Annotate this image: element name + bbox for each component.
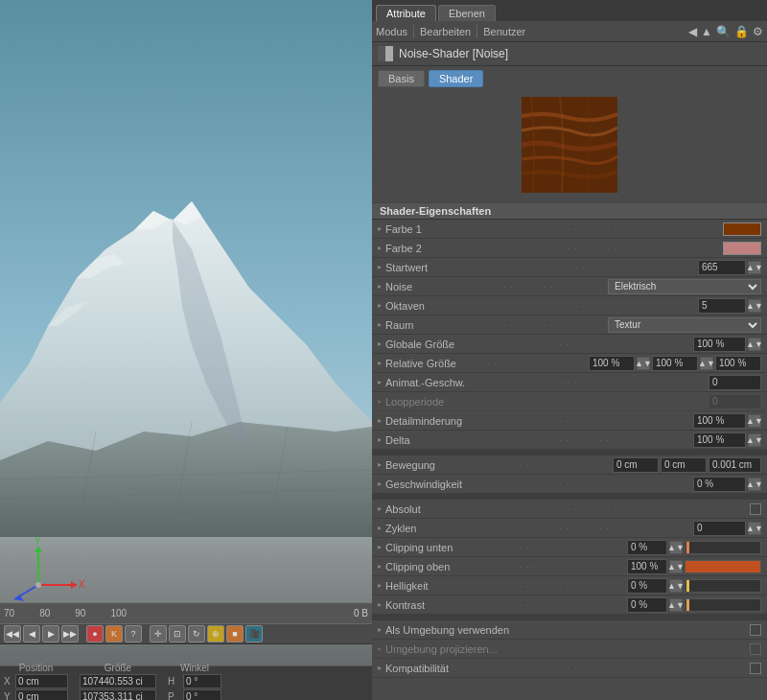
bewegung-triangle[interactable]: ▸ (378, 460, 385, 469)
startwert-stepper[interactable]: ▲▼ (748, 261, 761, 274)
clipping-oben-bar[interactable] (685, 560, 761, 573)
snap-button[interactable]: ⊕ (207, 625, 224, 642)
farbe2-swatch[interactable] (723, 242, 761, 255)
noise-triangle[interactable]: ▸ (378, 282, 385, 291)
clipping-oben-triangle[interactable]: ▸ (378, 562, 385, 571)
helligkeit-stepper[interactable]: ▲▼ (669, 579, 683, 593)
animat-geschw-dots: · · · · · (547, 378, 709, 387)
raum-select[interactable]: Textur World Object (608, 317, 761, 333)
kompatibilitaet-checkbox[interactable] (750, 663, 761, 674)
play-back-button[interactable]: ◀◀ (4, 625, 21, 642)
absolut-checkbox[interactable] (750, 503, 761, 515)
loopperiode-label: Loopperiode (385, 396, 547, 408)
y-position-input[interactable] (15, 689, 68, 700)
animat-geschw-input[interactable] (709, 375, 761, 390)
clipping-oben-stepper[interactable]: ▲▼ (669, 560, 683, 573)
next-frame-button[interactable]: ▶▶ (61, 625, 79, 642)
record-button[interactable]: ● (86, 625, 104, 642)
delta-input[interactable] (693, 432, 746, 448)
rel-groesse-y[interactable] (652, 356, 698, 371)
globale-groesse-input[interactable] (693, 337, 746, 352)
scale-tool[interactable]: ⊡ (169, 625, 186, 642)
x-position-input[interactable] (15, 674, 68, 688)
p-angle-input[interactable] (183, 689, 221, 700)
oktaven-input[interactable] (698, 298, 746, 314)
farbe2-triangle[interactable]: ▸ (378, 244, 385, 252)
timeline-bar[interactable]: 70 80 90 100 0 B (0, 602, 372, 623)
kontrast-input[interactable] (627, 597, 667, 613)
play-button[interactable]: ▶ (42, 625, 59, 642)
helligkeit-triangle[interactable]: ▸ (378, 581, 385, 590)
farbe1-swatch[interactable] (723, 222, 761, 236)
kontrast-bar[interactable] (685, 598, 761, 612)
settings-icon[interactable]: ⚙ (753, 25, 763, 38)
prev-frame-button[interactable]: ◀ (23, 625, 40, 642)
rel-groesse-x-stepper[interactable]: ▲▼ (637, 357, 650, 370)
tab-basis[interactable]: Basis (378, 70, 425, 87)
detailminderung-input[interactable] (693, 413, 746, 429)
auto-key-button[interactable]: K (105, 625, 123, 642)
h-angle-input[interactable] (183, 674, 221, 688)
y-size-input[interactable] (80, 689, 156, 700)
kompatibilitaet-triangle[interactable]: ▸ (378, 664, 385, 672)
geschwindigkeit-dots: · · · · · (540, 479, 694, 489)
rel-groesse-y-stepper[interactable]: ▲▼ (700, 357, 713, 370)
oktaven-triangle[interactable]: ▸ (378, 301, 385, 310)
benutzer-menu[interactable]: Benutzer (483, 26, 525, 37)
animat-geschw-triangle[interactable]: ▸ (378, 378, 385, 386)
clipping-oben-input[interactable] (627, 559, 667, 574)
clipping-unten-triangle[interactable]: ▸ (378, 543, 385, 551)
clipping-unten-label: Clipping unten (385, 542, 506, 553)
geschwindigkeit-input[interactable] (693, 477, 746, 492)
bewegung-x[interactable] (613, 457, 659, 473)
geschwindigkeit-stepper[interactable]: ▲▼ (748, 478, 761, 491)
rel-groesse-z[interactable] (715, 356, 761, 371)
farbe1-triangle[interactable]: ▸ (378, 224, 385, 233)
tab-shader[interactable]: Shader (429, 70, 483, 87)
relative-groesse-triangle[interactable]: ▸ (378, 359, 385, 367)
delta-triangle[interactable]: ▸ (378, 435, 385, 444)
forward-icon[interactable]: ▲ (701, 25, 712, 38)
noise-select[interactable]: Elektrisch Perlin Voronoi (608, 279, 761, 294)
oktaven-stepper[interactable]: ▲▼ (748, 299, 761, 313)
bewegung-y[interactable] (661, 457, 707, 473)
x-size-input[interactable] (80, 674, 156, 688)
lock-icon[interactable]: 🔒 (734, 25, 749, 38)
modus-menu[interactable]: Modus (376, 26, 407, 37)
tab-ebenen[interactable]: Ebenen (438, 5, 496, 21)
zyklen-stepper[interactable]: ▲▼ (748, 522, 761, 535)
raum-triangle[interactable]: ▸ (378, 320, 385, 329)
delta-stepper[interactable]: ▲▼ (748, 433, 761, 447)
helligkeit-bar[interactable] (685, 579, 761, 593)
rotate-tool[interactable]: ↻ (188, 625, 205, 642)
bearbeiten-menu[interactable]: Bearbeiten (420, 26, 471, 37)
globale-groesse-stepper[interactable]: ▲▼ (748, 338, 761, 351)
help-button[interactable]: ? (125, 625, 142, 642)
startwert-input[interactable] (698, 260, 746, 275)
startwert-triangle[interactable]: ▸ (378, 263, 385, 271)
detailminderung-triangle[interactable]: ▸ (378, 416, 385, 425)
zyklen-input[interactable] (693, 521, 746, 536)
bewegung-z[interactable] (709, 457, 761, 473)
zyklen-triangle[interactable]: ▸ (378, 524, 385, 532)
clipping-unten-input[interactable] (627, 540, 667, 555)
als-umgebung-checkbox[interactable] (750, 624, 761, 636)
geschwindigkeit-triangle[interactable]: ▸ (378, 479, 385, 488)
camera-button[interactable]: 🎥 (245, 625, 263, 642)
move-tool[interactable]: ✛ (150, 625, 167, 642)
kontrast-triangle[interactable]: ▸ (378, 600, 385, 609)
tab-attribute[interactable]: Attribute (376, 5, 436, 21)
detailminderung-stepper[interactable]: ▲▼ (748, 414, 761, 428)
als-umgebung-triangle[interactable]: ▸ (378, 625, 385, 634)
absolut-triangle[interactable]: ▸ (378, 504, 385, 513)
render-button[interactable]: ■ (226, 625, 244, 642)
back-icon[interactable]: ◀ (688, 25, 697, 38)
search-icon[interactable]: 🔍 (716, 25, 731, 38)
kontrast-stepper[interactable]: ▲▼ (669, 598, 683, 612)
rel-groesse-x[interactable] (589, 356, 635, 371)
kompatibilitaet-dots: · · · · · · · (568, 664, 750, 673)
helligkeit-input[interactable] (627, 578, 667, 594)
clipping-unten-stepper[interactable]: ▲▼ (669, 541, 683, 554)
globale-groesse-triangle[interactable]: ▸ (378, 339, 385, 348)
clipping-unten-bar[interactable] (685, 541, 761, 554)
